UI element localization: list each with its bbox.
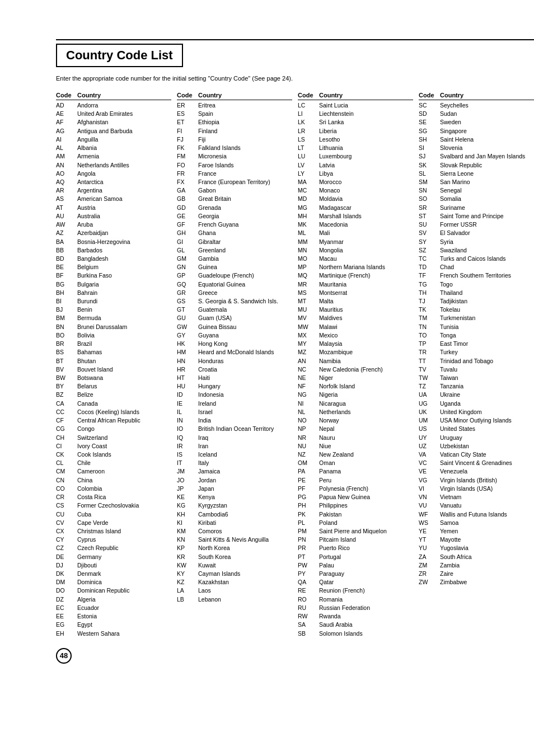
table-row: NUNiue <box>298 442 413 450</box>
entry-country: Antigua and Barbuda <box>77 127 171 135</box>
entry-code: GR <box>177 289 198 297</box>
entry-country: Yemen <box>440 527 534 536</box>
table-row: CLChile <box>56 459 171 467</box>
entry-country: Morocco <box>319 178 413 186</box>
entry-code: GI <box>177 238 198 246</box>
entry-country: Tuvalu <box>440 365 534 374</box>
table-row: PTPortugal <box>298 553 413 561</box>
entry-country: Eritrea <box>198 101 292 110</box>
entry-code: DZ <box>56 595 77 604</box>
col2-header: Code Country <box>177 92 292 100</box>
entry-country: Pitcairn Island <box>319 536 413 544</box>
page-number-box: 48 <box>56 648 534 664</box>
table-row: TZTanzania <box>419 382 534 391</box>
entry-country: United Arab Emirates <box>77 110 171 118</box>
entry-code: GB <box>177 195 198 203</box>
entry-code: WS <box>419 519 440 527</box>
entry-code: FI <box>177 127 198 135</box>
entry-code: NO <box>298 416 319 425</box>
entry-country: Japan <box>198 485 292 493</box>
entry-code: MZ <box>298 348 319 356</box>
table-row: MXMexico <box>298 331 413 340</box>
table-row: PEPeru <box>298 476 413 485</box>
entry-country: Belgium <box>77 263 171 271</box>
entry-code: MV <box>298 314 319 322</box>
entry-code: BZ <box>56 391 77 399</box>
table-row: TKTokelau <box>419 306 534 314</box>
entry-code: PA <box>298 467 319 476</box>
entry-code: CO <box>56 485 77 493</box>
table-row: AIAnguilla <box>56 135 171 144</box>
entry-code: IL <box>177 408 198 416</box>
table-row: WSSamoa <box>419 519 534 527</box>
table-row: MNMongolia <box>298 246 413 255</box>
entry-country: British Indian Ocean Territory <box>198 425 292 433</box>
entry-country: Tanzania <box>440 382 534 391</box>
entry-country: Kazakhstan <box>198 578 292 586</box>
table-row: MPNorthern Mariana Islands <box>298 263 413 271</box>
entry-code: SE <box>419 118 440 126</box>
entry-code: AN <box>298 357 319 365</box>
entry-country: Uzbekistan <box>440 442 534 450</box>
table-row: UGUganda <box>419 400 534 408</box>
entry-code: US <box>419 425 440 433</box>
entry-code: EE <box>56 612 77 621</box>
col3-header: Code Country <box>298 92 413 100</box>
table-row: IQIraq <box>177 434 292 442</box>
entry-code: NP <box>298 425 319 433</box>
table-row: GPGuadeloupe (French) <box>177 271 292 280</box>
table-row: BSBahamas <box>56 348 171 356</box>
entry-country: Saint Helena <box>440 135 534 144</box>
table-row: ANNamibia <box>298 357 413 365</box>
table-row: SRSuriname <box>419 204 534 212</box>
entry-code: RW <box>298 612 319 621</box>
entry-country: Bosnia-Herzegovina <box>77 238 171 246</box>
entry-code: TC <box>419 255 440 263</box>
entry-code: ET <box>177 118 198 126</box>
table-row: BDBangladesh <box>56 255 171 263</box>
table-row: KPNorth Korea <box>177 544 292 552</box>
entry-code: NR <box>298 434 319 442</box>
entry-code: LS <box>298 135 319 144</box>
table-row: NRNauru <box>298 434 413 442</box>
entry-country: El Salvador <box>440 229 534 237</box>
entry-code: TD <box>419 263 440 271</box>
table-row: EREritrea <box>177 101 292 110</box>
entry-country: Russian Federation <box>319 604 413 612</box>
page-number-circle: 48 <box>56 648 72 664</box>
entry-country: Bahrain <box>77 289 171 297</box>
table-row: TMTurkmenistan <box>419 314 534 322</box>
entry-country: Djibouti <box>77 561 171 570</box>
table-row: ALAlbania <box>56 144 171 152</box>
table-row: GTGuatemala <box>177 306 292 314</box>
table-row: CSFormer Czechoslovakia <box>56 501 171 510</box>
col2-entries: EREritreaESSpainETEthiopiaFIFinlandFJFij… <box>177 101 292 604</box>
entry-country: Saudi Arabia <box>319 621 413 629</box>
table-row: FXFrance (European Territory) <box>177 178 292 186</box>
entry-code: CY <box>56 536 77 544</box>
entry-code: SR <box>419 204 440 212</box>
entry-country: Germany <box>77 553 171 561</box>
table-row: MZMozambique <box>298 348 413 356</box>
entry-code: AF <box>56 118 77 126</box>
entry-country: Nicaragua <box>319 400 413 408</box>
entry-code: BO <box>56 331 77 340</box>
entry-country: Singapore <box>440 127 534 135</box>
entry-country: Former Czechoslovakia <box>77 501 171 510</box>
entry-country: East Timor <box>440 340 534 348</box>
table-row: TNTunisia <box>419 323 534 331</box>
entry-country: Hong Kong <box>198 340 292 348</box>
entry-code: IR <box>177 442 198 450</box>
entry-code: BY <box>56 382 77 391</box>
entry-code: MP <box>298 263 319 271</box>
entry-code: GQ <box>177 280 198 289</box>
table-row: LILiechtenstein <box>298 110 413 118</box>
table-row: GLGreenland <box>177 246 292 255</box>
entry-country: Iceland <box>198 450 292 459</box>
table-row: KNSaint Kitts & Nevis Anguilla <box>177 536 292 544</box>
table-row: PWPalau <box>298 561 413 570</box>
entry-code: CL <box>56 459 77 467</box>
table-row: SMSan Marino <box>419 178 534 186</box>
table-row: NGNigeria <box>298 391 413 399</box>
entry-code: LU <box>298 152 319 161</box>
